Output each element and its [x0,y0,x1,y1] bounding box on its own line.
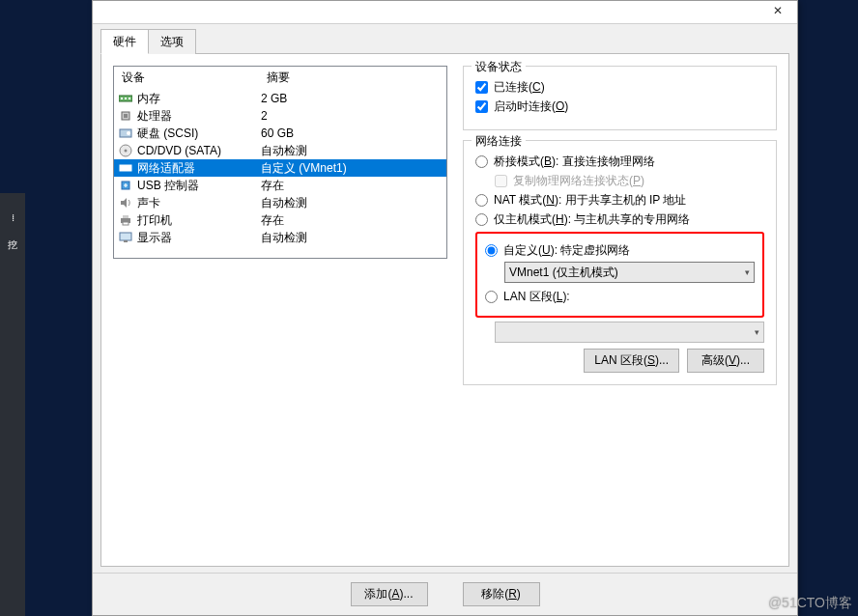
taskstrip-glyph: 挖 [8,238,17,252]
device-summary: 2 [259,109,443,123]
svg-rect-3 [129,98,130,99]
cd-icon [118,143,133,158]
desktop-taskstrip: ⁞ 挖 [0,193,25,616]
device-name: 处理器 [137,108,172,125]
svg-rect-11 [123,167,129,169]
btn-label: 高级(V)... [701,353,750,367]
svg-rect-15 [123,222,129,225]
lan-segment-input[interactable] [485,291,498,303]
display-icon [118,230,133,245]
device-name: 显示器 [137,230,172,246]
svg-rect-14 [123,215,129,218]
vmnet-dropdown[interactable]: VMnet1 (仅主机模式) ▾ [504,262,755,283]
dialog-footer: 添加(A)... 移除(R) [93,573,797,615]
custom-input[interactable] [485,244,498,257]
watermark: @51CTO博客 [768,595,852,612]
network-connection-group: 网络连接 桥接模式(B): 直接连接物理网络 复制物理网络连接状态(P) NAT… [463,140,777,385]
memory-icon [118,91,133,106]
device-status-group: 设备状态 已连接(C) 启动时连接(O) [463,66,777,130]
group-title: 网络连接 [472,133,526,150]
close-button[interactable]: ✕ [758,0,797,21]
btn-label: LAN 区段(S)... [594,353,669,367]
vmnet-value: VMnet1 (仅主机模式) [509,265,618,281]
left-pane: 设备 摘要 内存 2 GB 处理器 2 硬盘 (SCSI) 60 GB CD [113,66,447,554]
device-row-display[interactable]: 显示器 自动检测 [114,229,446,246]
device-summary: 自动检测 [259,230,443,246]
taskstrip-glyph: ⁞ [12,212,14,223]
nat-input[interactable] [475,194,488,207]
lan-segment-radio[interactable]: LAN 区段(L): [485,289,755,305]
device-summary: 60 GB [259,126,443,140]
device-row-usb[interactable]: USB 控制器 存在 [114,177,446,194]
svg-point-7 [127,131,130,135]
svg-point-9 [125,150,128,153]
svg-rect-16 [120,233,131,240]
right-pane: 设备状态 已连接(C) 启动时连接(O) 网络连接 桥接模式(B): 直接连接物… [463,66,777,554]
titlebar: ✕ [93,1,797,24]
replicate-state-checkbox[interactable]: 复制物理网络连接状态(P) [495,173,764,189]
nat-radio[interactable]: NAT 模式(N): 用于共享主机的 IP 地址 [475,192,764,209]
usb-icon [118,178,133,193]
device-name: 网络适配器 [137,160,195,177]
replicate-state-input[interactable] [495,175,507,187]
device-row-printer[interactable]: 打印机 存在 [114,211,446,229]
lan-segment-dropdown[interactable]: ▾ [495,322,764,343]
group-button-row: LAN 区段(S)... 高级(V)... [475,349,764,373]
device-row-network[interactable]: 网络适配器 自定义 (VMnet1) [114,159,446,177]
device-summary: 自动检测 [259,195,443,211]
device-row-cpu[interactable]: 处理器 2 [114,107,446,125]
device-summary: 自定义 (VMnet1) [259,160,443,177]
device-summary: 存在 [259,178,443,194]
device-row-disk[interactable]: 硬盘 (SCSI) 60 GB [114,125,446,142]
connected-input[interactable] [475,81,488,94]
device-row-cd[interactable]: CD/DVD (SATA) 自动检测 [114,142,446,159]
device-name: 声卡 [137,195,160,211]
cpu-icon [118,108,133,124]
btn-label: 移除(R) [481,587,521,601]
close-icon: ✕ [773,4,783,17]
device-name: 打印机 [137,212,172,229]
bridged-radio[interactable]: 桥接模式(B): 直接连接物理网络 [475,154,764,170]
chevron-down-icon: ▾ [745,267,750,277]
col-summary: 摘要 [267,70,290,86]
disk-icon [118,126,133,141]
hostonly-input[interactable] [475,213,488,226]
device-list[interactable]: 设备 摘要 内存 2 GB 处理器 2 硬盘 (SCSI) 60 GB CD [113,66,447,259]
hostonly-label: 仅主机模式(H): 与主机共享的专用网络 [494,211,690,228]
device-name: CD/DVD (SATA) [137,144,221,157]
bridged-input[interactable] [475,155,488,168]
custom-label: 自定义(U): 特定虚拟网络 [503,242,630,259]
lan-segments-button[interactable]: LAN 区段(S)... [584,349,679,373]
tab-hardware[interactable]: 硬件 [100,29,149,54]
device-name: USB 控制器 [137,178,199,194]
highlighted-custom-section: 自定义(U): 特定虚拟网络 VMnet1 (仅主机模式) ▾ LAN 区段(L… [475,232,764,318]
group-title: 设备状态 [472,59,526,75]
device-summary: 存在 [259,212,443,229]
connect-on-boot-checkbox[interactable]: 启动时连接(O) [475,98,764,115]
bridged-label: 桥接模式(B): 直接连接物理网络 [494,154,655,170]
remove-button[interactable]: 移除(R) [463,582,540,606]
hostonly-radio[interactable]: 仅主机模式(H): 与主机共享的专用网络 [475,211,764,228]
device-row-sound[interactable]: 声卡 自动检测 [114,194,446,211]
device-summary: 自动检测 [259,143,443,159]
col-device: 设备 [122,70,267,86]
tab-strip: 硬件 选项 [93,24,797,53]
svg-rect-1 [121,98,123,99]
connected-label: 已连接(C) [494,79,545,96]
advanced-button[interactable]: 高级(V)... [687,349,764,373]
printer-icon [118,212,133,228]
tab-label: 选项 [160,35,184,48]
nat-label: NAT 模式(N): 用于共享主机的 IP 地址 [494,192,686,209]
connected-checkbox[interactable]: 已连接(C) [475,79,764,96]
device-name: 内存 [137,91,160,107]
custom-radio[interactable]: 自定义(U): 特定虚拟网络 [485,242,755,259]
lan-segment-label: LAN 区段(L): [503,289,570,305]
add-button[interactable]: 添加(A)... [351,582,428,606]
vm-settings-dialog: ✕ 硬件 选项 设备 摘要 内存 2 GB 处理器 [92,0,798,616]
net-icon [118,160,133,176]
tab-label: 硬件 [113,35,136,48]
connect-on-boot-input[interactable] [475,100,488,113]
device-name: 硬盘 (SCSI) [137,126,198,142]
device-row-memory[interactable]: 内存 2 GB [114,90,446,107]
tab-options[interactable]: 选项 [148,29,196,54]
